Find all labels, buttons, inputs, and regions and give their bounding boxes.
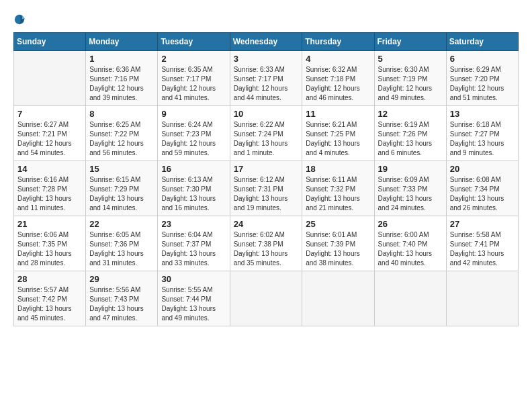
- day-number: 24: [234, 219, 299, 229]
- day-number: 25: [306, 219, 370, 229]
- calendar-week-row: 1Sunrise: 6:36 AMSunset: 7:16 PMDaylight…: [14, 51, 519, 106]
- day-number: 10: [234, 109, 299, 119]
- calendar-table: SundayMondayTuesdayWednesdayThursdayFrid…: [13, 32, 519, 326]
- calendar-week-row: 28Sunrise: 5:57 AMSunset: 7:42 PMDayligh…: [14, 271, 519, 326]
- calendar-cell: 24Sunrise: 6:02 AMSunset: 7:38 PMDayligh…: [230, 216, 302, 271]
- day-number: 14: [17, 164, 82, 174]
- day-number: 1: [89, 54, 154, 64]
- day-number: 12: [378, 109, 443, 119]
- calendar-cell: 20Sunrise: 6:08 AMSunset: 7:34 PMDayligh…: [446, 161, 518, 216]
- calendar-cell: 22Sunrise: 6:05 AMSunset: 7:36 PMDayligh…: [86, 216, 158, 271]
- calendar-cell: 3Sunrise: 6:33 AMSunset: 7:17 PMDaylight…: [230, 51, 302, 106]
- calendar-cell: 7Sunrise: 6:27 AMSunset: 7:21 PMDaylight…: [14, 106, 86, 161]
- cell-info: Sunrise: 6:19 AMSunset: 7:26 PMDaylight:…: [378, 120, 443, 158]
- cell-info: Sunrise: 6:12 AMSunset: 7:31 PMDaylight:…: [234, 175, 299, 213]
- calendar-cell: 21Sunrise: 6:06 AMSunset: 7:35 PMDayligh…: [14, 216, 86, 271]
- calendar-cell: 29Sunrise: 5:56 AMSunset: 7:43 PMDayligh…: [86, 271, 158, 326]
- calendar-week-row: 14Sunrise: 6:16 AMSunset: 7:28 PMDayligh…: [14, 161, 519, 216]
- day-number: 9: [161, 109, 226, 119]
- calendar-cell: [302, 271, 374, 326]
- column-header-tuesday: Tuesday: [158, 33, 230, 51]
- calendar-cell: 26Sunrise: 6:00 AMSunset: 7:40 PMDayligh…: [374, 216, 446, 271]
- logo-icon: [13, 13, 26, 26]
- day-number: 30: [161, 274, 226, 284]
- cell-info: Sunrise: 5:57 AMSunset: 7:42 PMDaylight:…: [17, 285, 82, 323]
- cell-info: Sunrise: 6:04 AMSunset: 7:37 PMDaylight:…: [161, 230, 226, 268]
- day-number: 28: [17, 274, 82, 284]
- column-header-saturday: Saturday: [446, 33, 518, 51]
- day-number: 11: [306, 109, 370, 119]
- day-number: 19: [378, 164, 443, 174]
- day-number: 22: [89, 219, 154, 229]
- day-number: 2: [161, 54, 226, 64]
- calendar-cell: 27Sunrise: 5:58 AMSunset: 7:41 PMDayligh…: [446, 216, 518, 271]
- cell-info: Sunrise: 6:18 AMSunset: 7:27 PMDaylight:…: [450, 120, 515, 158]
- calendar-cell: 14Sunrise: 6:16 AMSunset: 7:28 PMDayligh…: [14, 161, 86, 216]
- cell-info: Sunrise: 6:33 AMSunset: 7:17 PMDaylight:…: [234, 65, 299, 103]
- day-number: 13: [450, 109, 515, 119]
- cell-info: Sunrise: 6:08 AMSunset: 7:34 PMDaylight:…: [450, 175, 515, 213]
- calendar-cell: 13Sunrise: 6:18 AMSunset: 7:27 PMDayligh…: [446, 106, 518, 161]
- day-number: 29: [89, 274, 154, 284]
- calendar-cell: 19Sunrise: 6:09 AMSunset: 7:33 PMDayligh…: [374, 161, 446, 216]
- day-number: 26: [378, 219, 443, 229]
- calendar-cell: 10Sunrise: 6:22 AMSunset: 7:24 PMDayligh…: [230, 106, 302, 161]
- cell-info: Sunrise: 6:02 AMSunset: 7:38 PMDaylight:…: [234, 230, 299, 268]
- cell-info: Sunrise: 6:09 AMSunset: 7:33 PMDaylight:…: [378, 175, 443, 213]
- calendar-cell: 11Sunrise: 6:21 AMSunset: 7:25 PMDayligh…: [302, 106, 374, 161]
- column-header-sunday: Sunday: [14, 33, 86, 51]
- day-number: 6: [450, 54, 515, 64]
- calendar-cell: [374, 271, 446, 326]
- column-header-thursday: Thursday: [302, 33, 374, 51]
- day-number: 16: [161, 164, 226, 174]
- calendar-cell: 9Sunrise: 6:24 AMSunset: 7:23 PMDaylight…: [158, 106, 230, 161]
- calendar-cell: 15Sunrise: 6:15 AMSunset: 7:29 PMDayligh…: [86, 161, 158, 216]
- day-number: 17: [234, 164, 299, 174]
- day-number: 18: [306, 164, 370, 174]
- cell-info: Sunrise: 6:01 AMSunset: 7:39 PMDaylight:…: [306, 230, 370, 268]
- calendar-cell: 30Sunrise: 5:55 AMSunset: 7:44 PMDayligh…: [158, 271, 230, 326]
- cell-info: Sunrise: 5:58 AMSunset: 7:41 PMDaylight:…: [450, 230, 515, 268]
- cell-info: Sunrise: 6:35 AMSunset: 7:17 PMDaylight:…: [161, 65, 226, 103]
- cell-info: Sunrise: 6:21 AMSunset: 7:25 PMDaylight:…: [306, 120, 370, 158]
- day-number: 5: [378, 54, 443, 64]
- day-number: 8: [89, 109, 154, 119]
- calendar-cell: 28Sunrise: 5:57 AMSunset: 7:42 PMDayligh…: [14, 271, 86, 326]
- day-number: 7: [17, 109, 82, 119]
- calendar-cell: [230, 271, 302, 326]
- calendar-week-row: 7Sunrise: 6:27 AMSunset: 7:21 PMDaylight…: [14, 106, 519, 161]
- cell-info: Sunrise: 6:24 AMSunset: 7:23 PMDaylight:…: [161, 120, 226, 158]
- cell-info: Sunrise: 6:06 AMSunset: 7:35 PMDaylight:…: [17, 230, 82, 268]
- calendar-cell: 8Sunrise: 6:25 AMSunset: 7:22 PMDaylight…: [86, 106, 158, 161]
- calendar-cell: 6Sunrise: 6:29 AMSunset: 7:20 PMDaylight…: [446, 51, 518, 106]
- cell-info: Sunrise: 6:13 AMSunset: 7:30 PMDaylight:…: [161, 175, 226, 213]
- calendar-cell: 12Sunrise: 6:19 AMSunset: 7:26 PMDayligh…: [374, 106, 446, 161]
- cell-info: Sunrise: 6:00 AMSunset: 7:40 PMDaylight:…: [378, 230, 443, 268]
- cell-info: Sunrise: 6:29 AMSunset: 7:20 PMDaylight:…: [450, 65, 515, 103]
- cell-info: Sunrise: 6:27 AMSunset: 7:21 PMDaylight:…: [17, 120, 82, 158]
- calendar-cell: 5Sunrise: 6:30 AMSunset: 7:19 PMDaylight…: [374, 51, 446, 106]
- cell-info: Sunrise: 6:32 AMSunset: 7:18 PMDaylight:…: [306, 65, 370, 103]
- cell-info: Sunrise: 6:25 AMSunset: 7:22 PMDaylight:…: [89, 120, 154, 158]
- calendar-cell: [446, 271, 518, 326]
- day-number: 4: [306, 54, 370, 64]
- cell-info: Sunrise: 5:55 AMSunset: 7:44 PMDaylight:…: [161, 285, 226, 323]
- cell-info: Sunrise: 5:56 AMSunset: 7:43 PMDaylight:…: [89, 285, 154, 323]
- cell-info: Sunrise: 6:16 AMSunset: 7:28 PMDaylight:…: [17, 175, 82, 213]
- calendar-cell: 2Sunrise: 6:35 AMSunset: 7:17 PMDaylight…: [158, 51, 230, 106]
- cell-info: Sunrise: 6:11 AMSunset: 7:32 PMDaylight:…: [306, 175, 370, 213]
- day-number: 21: [17, 219, 82, 229]
- day-number: 3: [234, 54, 299, 64]
- cell-info: Sunrise: 6:05 AMSunset: 7:36 PMDaylight:…: [89, 230, 154, 268]
- column-header-friday: Friday: [374, 33, 446, 51]
- day-number: 23: [161, 219, 226, 229]
- logo: [13, 13, 28, 26]
- day-number: 15: [89, 164, 154, 174]
- column-header-wednesday: Wednesday: [230, 33, 302, 51]
- column-header-monday: Monday: [86, 33, 158, 51]
- page-header: [13, 13, 519, 26]
- day-number: 20: [450, 164, 515, 174]
- calendar-header-row: SundayMondayTuesdayWednesdayThursdayFrid…: [14, 33, 519, 51]
- day-number: 27: [450, 219, 515, 229]
- calendar-cell: 4Sunrise: 6:32 AMSunset: 7:18 PMDaylight…: [302, 51, 374, 106]
